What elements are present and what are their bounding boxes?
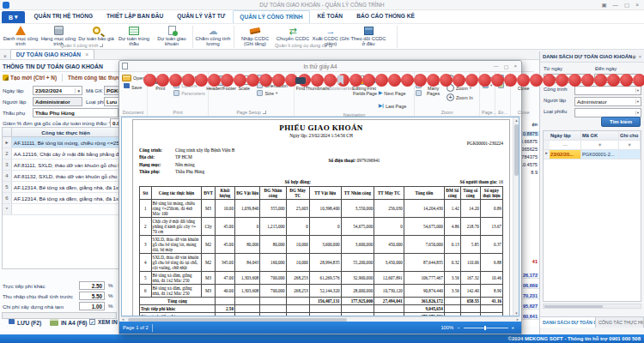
floppy-icon (7, 319, 15, 327)
find-button[interactable]: Find (295, 74, 306, 92)
assignment-table: SttCông tác thực hiệnĐVTKhối lượngĐG Vật… (139, 186, 503, 317)
maximize-icon[interactable]: ▢ (624, 2, 629, 9)
create-new-button[interactable]: Tạo mới (Ctrl + N) (3, 75, 57, 81)
filter-funnel-icon[interactable]: ▼ (619, 141, 641, 149)
table-row[interactable]: ▸ 23/02/20... PGK00001-2... (544, 150, 641, 159)
arrow-right-icon: → (326, 26, 336, 36)
scrollbar-thumb[interactable] (514, 124, 519, 176)
column-header[interactable]: Ghi chú (619, 131, 641, 140)
row-marker: ▸ (3, 137, 12, 147)
ribbon-group-label-tools: Quản lí công cụ dụng cụ (275, 43, 332, 48)
scrollbar-thumb[interactable] (544, 305, 603, 308)
tab-du-toan-giao-khoan[interactable]: DỰ TOÁN GIAO KHOÁN × (10, 49, 94, 59)
preview-statusbar: Page 1 of 2 100% − + (119, 322, 521, 334)
search-button[interactable]: Tìm kiếm (601, 117, 641, 127)
row-marker: ▸ (544, 150, 550, 159)
app-menu-button[interactable]: B ▾ (2, 11, 25, 23)
subcontractor-input[interactable]: Thầu Phụ Hùng (33, 108, 118, 117)
save-button[interactable]: LƯU (F2) (7, 319, 41, 327)
folder-icon (122, 75, 131, 81)
tab-quan-ly-vat-tu[interactable]: QUẢN LÝ VẬT TƯ (171, 10, 231, 23)
document-title: PHIẾU GIAO KHOÁN (139, 123, 503, 132)
checkbox-icon[interactable]: ✓ (89, 319, 95, 325)
dialog-launcher-icon[interactable] (329, 44, 332, 47)
tab-quan-tri-he-thong[interactable]: QUẢN TRỊ HỆ THỐNG (28, 10, 100, 23)
creator-select[interactable]: Administrator▾ (574, 97, 641, 106)
dialog-launcher-icon[interactable] (263, 111, 266, 114)
column-header-fragment: ện (532, 122, 538, 127)
column-header[interactable]: Mã GK (581, 131, 619, 140)
last-page-button[interactable]: ▶|Last Page (377, 100, 416, 111)
vertical-scrollbar[interactable]: ▴ ▾ (513, 117, 519, 316)
tab-danh-sach-du-toan[interactable]: DANH SÁCH DỰ TOÁN GI... (540, 317, 596, 328)
swap-icon: ⇄ (289, 26, 296, 36)
next-page-button[interactable]: ▶Next Page (377, 87, 416, 99)
task-grid-header[interactable]: Công tác thực hiện (12, 128, 120, 136)
minimize-icon[interactable]: — (494, 63, 499, 69)
other-fee-label: Trực tiếp phí khác (3, 283, 46, 289)
table-header-row: SttCông tác thực hiệnĐVTKhối lượngĐG Vật… (140, 186, 503, 199)
temp-house-input[interactable]: 1.00 (79, 302, 105, 310)
preview-checkbox[interactable]: ✓XEM IN (89, 319, 118, 325)
zoom-area-tool-icon[interactable] (416, 90, 422, 96)
column-header[interactable]: Ngày lập (550, 131, 581, 140)
zoom-in-button[interactable]: +Zoom In (445, 93, 478, 101)
dialog-launcher-icon[interactable] (100, 44, 103, 47)
preview-viewport[interactable]: PHIẾU GIAO KHOÁN Ngày lập: 23/02/2024 1:… (121, 117, 519, 316)
save-button[interactable]: Save (120, 83, 146, 91)
close-icon[interactable]: × (513, 63, 517, 69)
style-icon[interactable]: ▣ (601, 2, 606, 9)
creator-input[interactable]: Administrator (33, 97, 82, 106)
chevron-down-icon[interactable]: ▾ (635, 111, 639, 115)
tab-bao-cao-thong-ke[interactable]: BÁO CÁO THỐNG KÊ (350, 10, 421, 23)
size-button[interactable]: Size▾ (255, 90, 293, 96)
tabbar-close-icon[interactable]: × (0, 53, 10, 59)
maximize-icon[interactable]: ▢ (504, 63, 509, 69)
pretax-income-input[interactable]: 5.50 (79, 292, 105, 300)
zoom-slider[interactable] (464, 328, 508, 328)
chevron-down-icon[interactable]: ▾ (635, 99, 639, 104)
minimize-icon[interactable]: — (613, 2, 619, 9)
next-icon: ▶ (379, 87, 382, 99)
note-cell (619, 150, 641, 159)
note-field[interactable] (2, 312, 117, 319)
document-info-block: Công trình:Công trình xây lắp Bệnh Viện … (139, 147, 328, 176)
filter-funnel-icon[interactable]: ▼ (581, 141, 619, 149)
window-titlebar: DỰ TOÁN GIAO KHOÁN - QUẢN LÝ CÔNG TRÌNH … (0, 0, 644, 10)
filter-cell[interactable]: — (550, 141, 581, 149)
open-button[interactable]: Open (120, 75, 146, 81)
date-cell: 23/02/20... (550, 150, 581, 159)
tab-quan-ly-cong-trinh[interactable]: QUẢN LÝ CÔNG TRÌNH (233, 10, 309, 23)
tab-thiet-lap-ban-dau[interactable]: THIẾT LẬP BAN ĐẦU (100, 10, 169, 23)
zoom-slider-thumb[interactable] (484, 326, 486, 330)
pin-icon[interactable]: ◉ (632, 54, 636, 59)
horizontal-scrollbar[interactable] (543, 304, 641, 309)
close-preview-button[interactable]: Close (512, 74, 535, 92)
scroll-up-icon[interactable]: ▴ (513, 117, 519, 123)
document-plus-icon (168, 26, 176, 35)
date-input[interactable]: 23/02/2024▾ (33, 86, 82, 95)
tab-close-icon[interactable]: × (85, 51, 88, 57)
printer-icon (50, 319, 58, 326)
scroll-down-icon[interactable]: ▾ (513, 310, 519, 316)
parameters-button[interactable]: Parameters (172, 90, 207, 96)
project-select[interactable]: ▾ (574, 86, 641, 95)
subcontractor-label: Thầu phụ (3, 110, 25, 116)
table-row: 3SXLD, tháo dỡ ván khuôn gỗ cho bê tông … (140, 235, 503, 253)
page-indicator: Page 1 of 2 (119, 324, 153, 332)
zoom-out-icon[interactable]: − (457, 325, 459, 330)
chevron-down-icon: ▾ (276, 91, 277, 95)
table-row: 2Chặt cây ở mặt đất bằng phẳng đ kính gố… (140, 217, 503, 235)
other-fee-input[interactable]: 2.50 (79, 281, 105, 290)
print-a4-button[interactable]: IN A4 (F6) (50, 319, 88, 326)
disk-icon (122, 83, 130, 91)
zoom-in-icon: + (447, 93, 454, 101)
chevron-down-icon[interactable]: ▾ (635, 88, 639, 93)
chevron-down-icon[interactable]: ▾ (75, 88, 80, 93)
close-icon[interactable]: × (639, 54, 641, 59)
close-icon[interactable]: × (635, 2, 639, 9)
tab-cong-tac-thuc-hien[interactable]: CÔNG TÁC THỰC HIỆN (596, 317, 644, 328)
parameters-icon (173, 90, 179, 96)
zoom-in-icon[interactable]: + (512, 325, 514, 330)
tab-ke-toan[interactable]: KẾ TOÁN (312, 10, 349, 23)
